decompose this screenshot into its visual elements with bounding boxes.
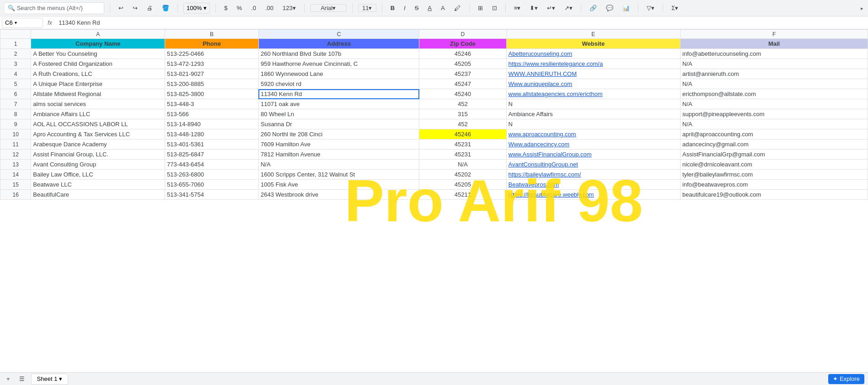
borders-button[interactable]: ⊞ (475, 4, 486, 12)
cell-phone[interactable]: 513-472-1293 (165, 59, 259, 69)
cell-company[interactable]: A Ruth Creations, LLC (31, 69, 165, 79)
font-size-selector[interactable]: 11▾ (358, 4, 376, 12)
cell-zip[interactable]: 45231 (419, 150, 506, 160)
cell-address[interactable]: 5920 cheviot rd (258, 79, 419, 89)
filter-button[interactable]: ▽▾ (644, 4, 657, 12)
cell-website[interactable]: https://www.resilientelegance.com/a (506, 59, 680, 69)
col-header-f[interactable]: F (680, 30, 868, 39)
cell-zip[interactable]: 45231 (419, 139, 506, 150)
cell-phone[interactable]: 513-14-8940 (165, 119, 259, 129)
cell-zip[interactable]: 45237 (419, 69, 506, 79)
redo-button[interactable]: ↪ (130, 4, 140, 12)
zoom-control[interactable]: 100% ▾ (183, 3, 210, 14)
cell-company[interactable]: A Fostered Child Organization (31, 59, 165, 69)
cell-company[interactable]: AOL ALL OCCASSIONS LABOR LL (31, 119, 165, 129)
cell-website[interactable]: Beatwavepros.com (506, 180, 680, 190)
col-header-e[interactable]: E (506, 30, 680, 39)
cell-zip[interactable]: 45247 (419, 79, 506, 89)
cell-address[interactable]: 7609 Hamilton Ave (258, 139, 419, 150)
cell-phone[interactable]: 513-448-3 (165, 99, 259, 109)
cell-address[interactable]: 11340 Kenn Rd (258, 89, 419, 99)
cell-phone[interactable]: 513-566 (165, 109, 259, 119)
undo-button[interactable]: ↩ (116, 4, 126, 12)
cell-website[interactable]: AvantConsultingGroup.net (506, 160, 680, 170)
text-color-button[interactable]: A (438, 4, 448, 12)
cell-phone[interactable]: 513-655-7060 (165, 180, 259, 190)
cell-phone[interactable]: 773-443-6454 (165, 160, 259, 170)
cell-address[interactable]: 7812 Hamilton Avenue (258, 150, 419, 160)
cell-website[interactable]: www.AssistFinancialGroup.com (506, 150, 680, 160)
strikethrough-button[interactable]: S (412, 4, 422, 12)
cell-zip[interactable]: 45246 (419, 129, 506, 139)
align-button[interactable]: ≡▾ (511, 4, 524, 12)
sheet1-tab[interactable]: Sheet 1 ▾ (31, 374, 69, 385)
cell-phone[interactable]: 513-825-3800 (165, 89, 259, 99)
cell-company[interactable]: A Unique Place Enterprise (31, 79, 165, 89)
cell-address[interactable]: 260 Northland Blvd Suite 107b (258, 49, 419, 59)
cell-address[interactable]: Susanna Dr (258, 119, 419, 129)
cell-company[interactable]: Assist Financial Group, LLC. (31, 150, 165, 160)
sheets-list-button[interactable]: ☰ (16, 374, 27, 383)
formula-content[interactable]: 11340 Kenn Rd (57, 19, 866, 26)
cell-company[interactable]: Apro Accounting & Tax Services LLC (31, 129, 165, 139)
add-sheet-button[interactable]: + (4, 374, 13, 383)
cell-zip[interactable]: 45246 (419, 49, 506, 59)
percent-button[interactable]: % (234, 4, 245, 12)
cell-address[interactable]: 1860 Wynnewood Lane (258, 69, 419, 79)
cell-website[interactable]: www.aproaccounting.com (506, 129, 680, 139)
cell-address[interactable]: 11071 oak ave (258, 99, 419, 109)
cell-website[interactable]: Abetterucounseling.com (506, 49, 680, 59)
decimal0-button[interactable]: .0 (248, 4, 259, 12)
merge-cells-button[interactable]: ⊡ (489, 4, 500, 12)
cell-website[interactable]: https://baileylawfirmsc.com/ (506, 170, 680, 180)
cell-company[interactable]: Beatwave LLC (31, 180, 165, 190)
cell-address[interactable]: 1600 Scripps Center, 312 Walnut St (258, 170, 419, 180)
cell-phone[interactable]: 513-225-0466 (165, 49, 259, 59)
cell-company[interactable]: BeautifulCare (31, 190, 165, 200)
italic-button[interactable]: I (401, 4, 408, 12)
link-button[interactable]: 🔗 (587, 4, 600, 12)
chart-button[interactable]: 📊 (620, 4, 632, 12)
cell-zip[interactable]: 45211 (419, 190, 506, 200)
cell-company[interactable]: Arabesque Dance Academy (31, 139, 165, 150)
wrap-button[interactable]: ↵▾ (544, 4, 558, 12)
cell-company[interactable]: Avant Consulting Group (31, 160, 165, 170)
cell-zip[interactable]: 45240 (419, 89, 506, 99)
cell-company[interactable]: Allstate Midwest Regional (31, 89, 165, 99)
font-selector[interactable]: Arial▾ (310, 4, 347, 12)
currency-button[interactable]: $ (221, 4, 230, 12)
cell-zip[interactable]: 315 (419, 109, 506, 119)
cell-reference-box[interactable]: C6 ▾ (2, 18, 43, 28)
cell-company[interactable]: Bailey Law Office, LLC (31, 170, 165, 180)
valign-button[interactable]: ⬍▾ (527, 4, 541, 12)
cell-phone[interactable]: 513-401-5361 (165, 139, 259, 150)
search-input[interactable]: 🔍 Search the menus (Alt+/) (4, 2, 104, 14)
cell-company[interactable]: A Better You Counseling (31, 49, 165, 59)
format-number-button[interactable]: 123 ▾ (280, 4, 299, 12)
cell-address[interactable]: N/A (258, 160, 419, 170)
cell-zip[interactable]: 452 (419, 119, 506, 129)
cell-phone[interactable]: 513-448-1280 (165, 129, 259, 139)
cell-website[interactable]: Https://beautifulcare.weebly.com (506, 190, 680, 200)
cell-phone[interactable]: 513-200-8885 (165, 79, 259, 89)
cell-phone[interactable]: 513-821-9027 (165, 69, 259, 79)
cell-zip[interactable]: 452 (419, 99, 506, 109)
cell-address[interactable]: 80 Wheel Ln (258, 109, 419, 119)
cell-company[interactable]: alms social services (31, 99, 165, 109)
explore-button[interactable]: ✦ Explore (828, 374, 864, 384)
cell-phone[interactable]: 513-825-6847 (165, 150, 259, 160)
cell-zip[interactable]: N/A (419, 160, 506, 170)
highlight-color-button[interactable]: 🖊 (451, 3, 464, 13)
print-button[interactable]: 🖨 (144, 4, 155, 12)
comment-button[interactable]: 💬 (603, 4, 616, 12)
col-header-c[interactable]: C (258, 30, 419, 39)
cell-address[interactable]: 260 Northl ite 208 Cinci (258, 129, 419, 139)
cell-phone[interactable]: 513-341-5754 (165, 190, 259, 200)
cell-zip[interactable]: 45205 (419, 180, 506, 190)
functions-button[interactable]: Σ▾ (669, 4, 681, 12)
cell-address[interactable]: 959 Hawthorne Avenue Cincinnati, C (258, 59, 419, 69)
cell-address[interactable]: 2643 Westbrook drive (258, 190, 419, 200)
cell-phone[interactable]: 513-263-6800 (165, 170, 259, 180)
col-header-d[interactable]: D (419, 30, 506, 39)
rotate-button[interactable]: ↗▾ (562, 4, 575, 12)
